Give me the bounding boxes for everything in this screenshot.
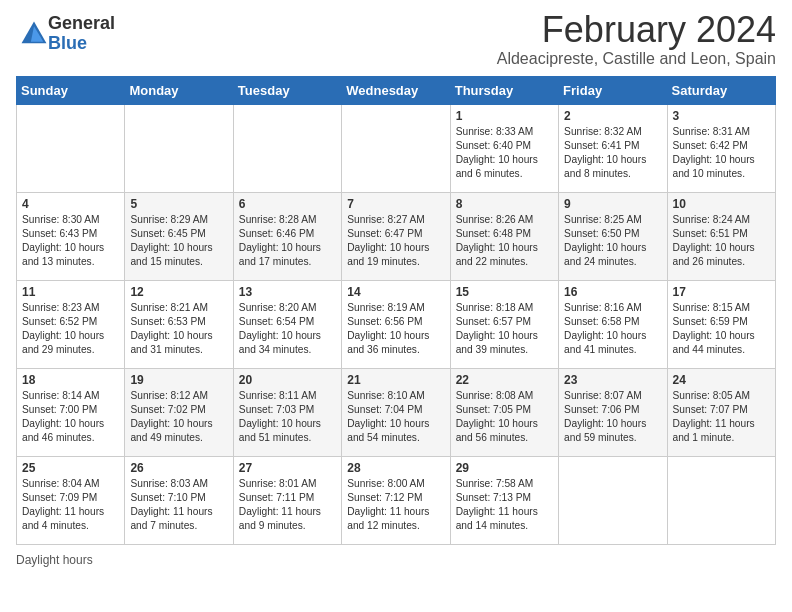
day-info: Sunrise: 8:10 AM Sunset: 7:04 PM Dayligh… bbox=[347, 389, 444, 446]
day-info: Sunrise: 8:31 AM Sunset: 6:42 PM Dayligh… bbox=[673, 125, 770, 182]
day-number: 29 bbox=[456, 461, 553, 475]
day-info: Sunrise: 8:27 AM Sunset: 6:47 PM Dayligh… bbox=[347, 213, 444, 270]
day-number: 12 bbox=[130, 285, 227, 299]
day-info: Sunrise: 8:25 AM Sunset: 6:50 PM Dayligh… bbox=[564, 213, 661, 270]
calendar-cell: 24Sunrise: 8:05 AM Sunset: 7:07 PM Dayli… bbox=[667, 368, 775, 456]
day-info: Sunrise: 8:33 AM Sunset: 6:40 PM Dayligh… bbox=[456, 125, 553, 182]
day-number: 9 bbox=[564, 197, 661, 211]
day-info: Sunrise: 8:15 AM Sunset: 6:59 PM Dayligh… bbox=[673, 301, 770, 358]
day-info: Sunrise: 8:24 AM Sunset: 6:51 PM Dayligh… bbox=[673, 213, 770, 270]
calendar-cell: 23Sunrise: 8:07 AM Sunset: 7:06 PM Dayli… bbox=[559, 368, 667, 456]
calendar-cell: 28Sunrise: 8:00 AM Sunset: 7:12 PM Dayli… bbox=[342, 456, 450, 544]
calendar-cell: 4Sunrise: 8:30 AM Sunset: 6:43 PM Daylig… bbox=[17, 192, 125, 280]
day-info: Sunrise: 8:07 AM Sunset: 7:06 PM Dayligh… bbox=[564, 389, 661, 446]
calendar-day-header: Sunday bbox=[17, 76, 125, 104]
day-number: 20 bbox=[239, 373, 336, 387]
day-number: 10 bbox=[673, 197, 770, 211]
calendar-cell bbox=[125, 104, 233, 192]
calendar-cell: 15Sunrise: 8:18 AM Sunset: 6:57 PM Dayli… bbox=[450, 280, 558, 368]
day-number: 18 bbox=[22, 373, 119, 387]
calendar-cell: 29Sunrise: 7:58 AM Sunset: 7:13 PM Dayli… bbox=[450, 456, 558, 544]
calendar-cell: 27Sunrise: 8:01 AM Sunset: 7:11 PM Dayli… bbox=[233, 456, 341, 544]
calendar-cell bbox=[17, 104, 125, 192]
calendar-cell: 3Sunrise: 8:31 AM Sunset: 6:42 PM Daylig… bbox=[667, 104, 775, 192]
day-number: 7 bbox=[347, 197, 444, 211]
day-info: Sunrise: 8:19 AM Sunset: 6:56 PM Dayligh… bbox=[347, 301, 444, 358]
calendar-cell: 22Sunrise: 8:08 AM Sunset: 7:05 PM Dayli… bbox=[450, 368, 558, 456]
day-number: 27 bbox=[239, 461, 336, 475]
day-number: 25 bbox=[22, 461, 119, 475]
day-number: 15 bbox=[456, 285, 553, 299]
calendar-day-header: Monday bbox=[125, 76, 233, 104]
calendar-header-row: SundayMondayTuesdayWednesdayThursdayFrid… bbox=[17, 76, 776, 104]
day-info: Sunrise: 7:58 AM Sunset: 7:13 PM Dayligh… bbox=[456, 477, 553, 534]
daylight-hours-label: Daylight hours bbox=[16, 553, 93, 567]
page: General Blue February 2024 Aldeacipreste… bbox=[0, 0, 792, 612]
day-number: 5 bbox=[130, 197, 227, 211]
day-number: 22 bbox=[456, 373, 553, 387]
day-info: Sunrise: 8:04 AM Sunset: 7:09 PM Dayligh… bbox=[22, 477, 119, 534]
calendar-cell: 14Sunrise: 8:19 AM Sunset: 6:56 PM Dayli… bbox=[342, 280, 450, 368]
calendar-cell: 2Sunrise: 8:32 AM Sunset: 6:41 PM Daylig… bbox=[559, 104, 667, 192]
logo-general: General bbox=[48, 14, 115, 34]
day-number: 26 bbox=[130, 461, 227, 475]
calendar-cell: 8Sunrise: 8:26 AM Sunset: 6:48 PM Daylig… bbox=[450, 192, 558, 280]
day-number: 28 bbox=[347, 461, 444, 475]
calendar-cell: 5Sunrise: 8:29 AM Sunset: 6:45 PM Daylig… bbox=[125, 192, 233, 280]
day-number: 23 bbox=[564, 373, 661, 387]
logo-blue: Blue bbox=[48, 34, 115, 54]
calendar-week-row: 4Sunrise: 8:30 AM Sunset: 6:43 PM Daylig… bbox=[17, 192, 776, 280]
day-number: 6 bbox=[239, 197, 336, 211]
day-number: 17 bbox=[673, 285, 770, 299]
logo: General Blue bbox=[16, 14, 115, 54]
day-info: Sunrise: 8:26 AM Sunset: 6:48 PM Dayligh… bbox=[456, 213, 553, 270]
title-month: February 2024 bbox=[497, 10, 776, 50]
day-info: Sunrise: 8:16 AM Sunset: 6:58 PM Dayligh… bbox=[564, 301, 661, 358]
title-location: Aldeacipreste, Castille and Leon, Spain bbox=[497, 50, 776, 68]
calendar-cell bbox=[559, 456, 667, 544]
calendar-cell: 1Sunrise: 8:33 AM Sunset: 6:40 PM Daylig… bbox=[450, 104, 558, 192]
generalblue-icon bbox=[20, 20, 48, 48]
calendar-cell: 16Sunrise: 8:16 AM Sunset: 6:58 PM Dayli… bbox=[559, 280, 667, 368]
day-info: Sunrise: 8:30 AM Sunset: 6:43 PM Dayligh… bbox=[22, 213, 119, 270]
day-info: Sunrise: 8:32 AM Sunset: 6:41 PM Dayligh… bbox=[564, 125, 661, 182]
day-number: 16 bbox=[564, 285, 661, 299]
calendar-week-row: 11Sunrise: 8:23 AM Sunset: 6:52 PM Dayli… bbox=[17, 280, 776, 368]
title-block: February 2024 Aldeacipreste, Castille an… bbox=[497, 10, 776, 68]
calendar-cell: 21Sunrise: 8:10 AM Sunset: 7:04 PM Dayli… bbox=[342, 368, 450, 456]
day-number: 4 bbox=[22, 197, 119, 211]
day-info: Sunrise: 8:00 AM Sunset: 7:12 PM Dayligh… bbox=[347, 477, 444, 534]
day-number: 8 bbox=[456, 197, 553, 211]
calendar-cell: 20Sunrise: 8:11 AM Sunset: 7:03 PM Dayli… bbox=[233, 368, 341, 456]
calendar-table: SundayMondayTuesdayWednesdayThursdayFrid… bbox=[16, 76, 776, 545]
header: General Blue February 2024 Aldeacipreste… bbox=[16, 10, 776, 68]
day-info: Sunrise: 8:21 AM Sunset: 6:53 PM Dayligh… bbox=[130, 301, 227, 358]
day-number: 1 bbox=[456, 109, 553, 123]
day-info: Sunrise: 8:14 AM Sunset: 7:00 PM Dayligh… bbox=[22, 389, 119, 446]
calendar-day-header: Wednesday bbox=[342, 76, 450, 104]
day-info: Sunrise: 8:08 AM Sunset: 7:05 PM Dayligh… bbox=[456, 389, 553, 446]
day-number: 3 bbox=[673, 109, 770, 123]
calendar-week-row: 1Sunrise: 8:33 AM Sunset: 6:40 PM Daylig… bbox=[17, 104, 776, 192]
calendar-day-header: Tuesday bbox=[233, 76, 341, 104]
calendar-day-header: Friday bbox=[559, 76, 667, 104]
day-info: Sunrise: 8:03 AM Sunset: 7:10 PM Dayligh… bbox=[130, 477, 227, 534]
calendar-cell bbox=[342, 104, 450, 192]
calendar-cell: 7Sunrise: 8:27 AM Sunset: 6:47 PM Daylig… bbox=[342, 192, 450, 280]
day-number: 2 bbox=[564, 109, 661, 123]
day-info: Sunrise: 8:12 AM Sunset: 7:02 PM Dayligh… bbox=[130, 389, 227, 446]
day-info: Sunrise: 8:28 AM Sunset: 6:46 PM Dayligh… bbox=[239, 213, 336, 270]
calendar-day-header: Saturday bbox=[667, 76, 775, 104]
day-number: 14 bbox=[347, 285, 444, 299]
calendar-cell: 12Sunrise: 8:21 AM Sunset: 6:53 PM Dayli… bbox=[125, 280, 233, 368]
day-number: 21 bbox=[347, 373, 444, 387]
calendar-cell: 11Sunrise: 8:23 AM Sunset: 6:52 PM Dayli… bbox=[17, 280, 125, 368]
calendar-cell: 25Sunrise: 8:04 AM Sunset: 7:09 PM Dayli… bbox=[17, 456, 125, 544]
calendar-week-row: 18Sunrise: 8:14 AM Sunset: 7:00 PM Dayli… bbox=[17, 368, 776, 456]
calendar-cell: 10Sunrise: 8:24 AM Sunset: 6:51 PM Dayli… bbox=[667, 192, 775, 280]
day-info: Sunrise: 8:01 AM Sunset: 7:11 PM Dayligh… bbox=[239, 477, 336, 534]
day-number: 13 bbox=[239, 285, 336, 299]
calendar-cell: 18Sunrise: 8:14 AM Sunset: 7:00 PM Dayli… bbox=[17, 368, 125, 456]
calendar-cell: 13Sunrise: 8:20 AM Sunset: 6:54 PM Dayli… bbox=[233, 280, 341, 368]
calendar-cell: 6Sunrise: 8:28 AM Sunset: 6:46 PM Daylig… bbox=[233, 192, 341, 280]
